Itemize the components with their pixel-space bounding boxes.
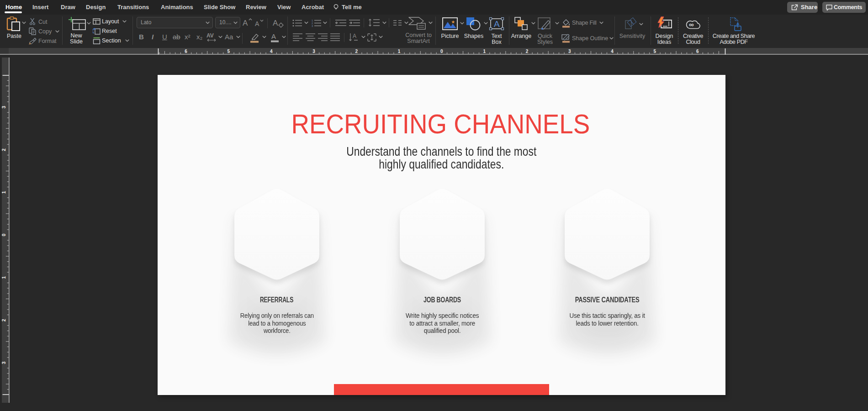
svg-text:4: 4 bbox=[270, 49, 273, 54]
svg-text:6: 6 bbox=[696, 49, 699, 54]
svg-text:6: 6 bbox=[185, 49, 187, 54]
svg-text:0: 0 bbox=[440, 49, 443, 54]
svg-text:3: 3 bbox=[568, 49, 571, 54]
svg-text:1: 1 bbox=[2, 276, 6, 279]
svg-text:A: A bbox=[271, 32, 276, 40]
svg-text:1: 1 bbox=[2, 191, 6, 194]
svg-text:4: 4 bbox=[611, 49, 614, 54]
svg-text:3: 3 bbox=[312, 25, 313, 27]
svg-text:0: 0 bbox=[2, 233, 6, 236]
svg-text:2: 2 bbox=[355, 49, 358, 54]
svg-text:5: 5 bbox=[654, 49, 656, 54]
svg-text:∞: ∞ bbox=[689, 21, 694, 28]
svg-text:A: A bbox=[494, 19, 500, 29]
svg-text:2: 2 bbox=[526, 49, 529, 54]
svg-text:2: 2 bbox=[2, 319, 6, 321]
svg-text:AV: AV bbox=[206, 32, 214, 39]
svg-text:2: 2 bbox=[2, 148, 6, 151]
svg-text:3: 3 bbox=[2, 361, 6, 364]
svg-text:1: 1 bbox=[483, 49, 486, 54]
svg-text:3: 3 bbox=[2, 105, 6, 108]
svg-text:5: 5 bbox=[228, 49, 230, 54]
svg-text:1: 1 bbox=[398, 49, 401, 54]
svg-text:3: 3 bbox=[312, 49, 315, 54]
svg-text:A: A bbox=[353, 33, 356, 39]
